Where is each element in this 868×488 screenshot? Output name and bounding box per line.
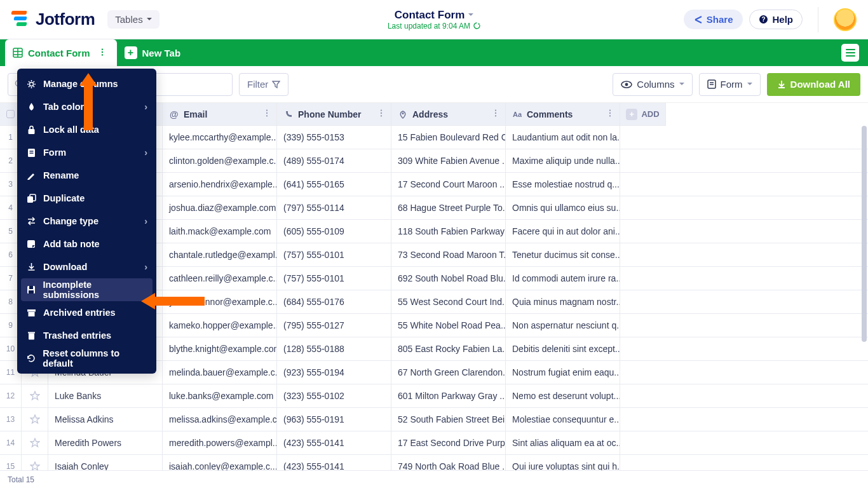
table-row[interactable]: Laith Macklaith.mack@example.com(605) 55… (48, 220, 868, 243)
row-number[interactable]: 14 (0, 431, 21, 455)
column-header-comments[interactable]: Aa Comments (506, 103, 620, 125)
cell-comments[interactable]: Id commodi autem irure ra... (506, 267, 620, 290)
cell-phone[interactable]: (423) 555-0141 (277, 431, 391, 454)
cell-phone[interactable]: (489) 555-0174 (277, 149, 391, 172)
column-header-phone[interactable]: Phone Number (277, 103, 391, 125)
menu-item-arch[interactable]: Archived entries (17, 301, 156, 324)
cell-name[interactable]: Meredith Powers (48, 431, 163, 454)
cell-phone[interactable]: (684) 555-0176 (277, 290, 391, 313)
form-title[interactable]: Contact Form (388, 9, 480, 22)
cell-phone[interactable]: (963) 555-0191 (277, 408, 391, 431)
menu-item-dl[interactable]: Download › (17, 255, 156, 278)
cell-comments[interactable]: Omnis qui ullamco eius su... (506, 196, 620, 219)
table-row[interactable]: Kylee Mccarthykylee.mccarthy@example...(… (48, 126, 868, 149)
cell-address[interactable]: 601 Milton Parkway Gray ... (391, 384, 506, 407)
table-row[interactable]: Blythe Knightblythe.knight@example.com(1… (48, 337, 868, 361)
tables-dropdown[interactable]: Tables (107, 10, 159, 29)
cell-phone[interactable]: (795) 555-0127 (277, 314, 391, 337)
cell-comments[interactable]: Debitis deleniti sint except... (506, 337, 620, 360)
new-tab-button[interactable]: + New Tab (117, 39, 189, 66)
cell-name[interactable]: Isaiah Conley (48, 455, 163, 470)
download-all-button[interactable]: Download All (767, 73, 860, 96)
cell-comments[interactable]: Facere qui in aut dolor ani... (506, 220, 620, 243)
cell-comments[interactable]: Qui iure voluptas sint qui h... (506, 455, 620, 470)
menu-item-reset[interactable]: Reset columns to default (17, 347, 156, 370)
cell-email[interactable]: blythe.knight@example.com (163, 337, 277, 360)
columns-button[interactable]: Columns (613, 73, 692, 96)
cell-email[interactable]: clinton.golden@example.c... (163, 149, 277, 172)
cell-address[interactable]: 73 Second Road Maroon T... (391, 243, 506, 266)
cell-comments[interactable]: Nemo est deserunt volupt... (506, 384, 620, 407)
cell-phone[interactable]: (323) 555-0102 (277, 384, 391, 407)
cell-address[interactable]: 15 Fabien Boulevard Red C... (391, 126, 506, 149)
cell-phone[interactable]: (128) 555-0188 (277, 337, 391, 360)
row-number[interactable]: 15 (0, 455, 21, 470)
cell-email[interactable]: cathleen.reilly@example.c... (163, 267, 277, 290)
cell-phone[interactable]: (757) 555-0101 (277, 267, 391, 290)
cell-email[interactable]: kylee.mccarthy@example... (163, 126, 277, 149)
menu-item-save[interactable]: Incomplete submissions (21, 278, 153, 301)
table-row[interactable]: Isaiah Conleyisaiah.conley@example.c...(… (48, 455, 868, 470)
cell-comments[interactable]: Tenetur ducimus sit conse... (506, 243, 620, 266)
menu-item-pencil[interactable]: Rename (17, 164, 156, 187)
cell-comments[interactable]: Maxime aliquip unde nulla... (506, 149, 620, 172)
table-row[interactable]: Kameko Hopperkameko.hopper@example...(79… (48, 314, 868, 337)
scrollbar[interactable] (862, 126, 867, 342)
star-toggle[interactable] (22, 408, 48, 431)
table-row[interactable]: Joshua Diazjoshua.diaz@example.com(797) … (48, 196, 868, 220)
star-toggle[interactable] (22, 455, 48, 470)
cell-comments[interactable]: Laudantium aut odit non la... (506, 126, 620, 149)
cell-address[interactable]: 17 East Second Drive Purpl... (391, 431, 506, 454)
cell-email[interactable]: melinda.bauer@example.c... (163, 361, 277, 384)
share-button[interactable]: Share (684, 10, 743, 29)
table-row[interactable]: Melissa Adkinsmelissa.adkins@example.c..… (48, 408, 868, 431)
tab-options-button[interactable] (95, 48, 109, 58)
table-row[interactable]: Meredith Powersmeredith.powers@exampl...… (48, 431, 868, 455)
column-options-button[interactable] (606, 109, 614, 119)
cell-phone[interactable]: (757) 555-0101 (277, 243, 391, 266)
cell-address[interactable]: 52 South Fabien Street Bei... (391, 408, 506, 431)
cell-address[interactable]: 805 East Rocky Fabien La... (391, 337, 506, 360)
cell-address[interactable]: 692 South Nobel Road Blu... (391, 267, 506, 290)
menu-item-swap[interactable]: Change type › (17, 210, 156, 233)
cell-email[interactable]: laith.mack@example.com (163, 220, 277, 243)
star-toggle[interactable] (22, 431, 48, 455)
table-row[interactable]: Arsenio Hendrixarsenio.hendrix@example..… (48, 173, 868, 196)
cell-email[interactable]: melissa.adkins@example.c... (163, 408, 277, 431)
cell-phone[interactable]: (797) 555-0114 (277, 196, 391, 219)
cell-address[interactable]: 17 Second Court Maroon ... (391, 173, 506, 196)
menu-item-form[interactable]: Form › (17, 141, 156, 164)
table-row[interactable]: Clinton Goldenclinton.golden@example.c..… (48, 149, 868, 173)
cell-email[interactable]: arsenio.hendrix@example... (163, 173, 277, 196)
menu-item-note[interactable]: Add tab note (17, 233, 156, 255)
cell-comments[interactable]: Non aspernatur nesciunt q... (506, 314, 620, 337)
avatar[interactable] (834, 8, 857, 31)
table-row[interactable]: Luke Banksluke.banks@example.com(323) 55… (48, 384, 868, 408)
column-options-button[interactable] (377, 109, 386, 119)
cell-phone[interactable]: (339) 555-0153 (277, 126, 391, 149)
tab-contact-form[interactable]: Contact Form (5, 39, 117, 66)
cell-address[interactable]: 55 West Second Court Ind... (391, 290, 506, 313)
form-button[interactable]: Form (699, 73, 761, 96)
cell-email[interactable]: isaiah.conley@example.c... (163, 455, 277, 470)
table-row[interactable]: Chantale Rutledgechantale.rutledge@examp… (48, 243, 868, 267)
cell-phone[interactable]: (923) 555-0194 (277, 361, 391, 384)
cell-comments[interactable]: Sint alias aliquam ea at oc... (506, 431, 620, 454)
cell-address[interactable]: 118 South Fabien Parkway ... (391, 220, 506, 243)
cell-address[interactable]: 309 White Fabien Avenue ... (391, 149, 506, 172)
table-row[interactable]: Cathleen Reillycathleen.reilly@example.c… (48, 267, 868, 290)
column-header-email[interactable]: @ Email (163, 103, 277, 125)
cell-address[interactable]: 749 North Oak Road Blue ... (391, 455, 506, 470)
cell-comments[interactable]: Esse molestiae nostrud q... (506, 173, 620, 196)
menu-item-dup[interactable]: Duplicate (17, 187, 156, 210)
cell-name[interactable]: Melissa Adkins (48, 408, 163, 431)
cell-email[interactable]: joshua.diaz@example.com (163, 196, 277, 219)
cell-comments[interactable]: Quia minus magnam nostr... (506, 290, 620, 313)
filter-button[interactable]: Filter (239, 73, 288, 96)
star-toggle[interactable] (22, 384, 48, 408)
cell-email[interactable]: kameko.hopper@example... (163, 314, 277, 337)
table-row[interactable]: Melinda Bauermelinda.bauer@example.c...(… (48, 361, 868, 384)
column-header-address[interactable]: Address (391, 103, 506, 125)
menu-item-trash[interactable]: Trashed entries (17, 324, 156, 347)
cell-address[interactable]: 55 White Nobel Road Pea... (391, 314, 506, 337)
